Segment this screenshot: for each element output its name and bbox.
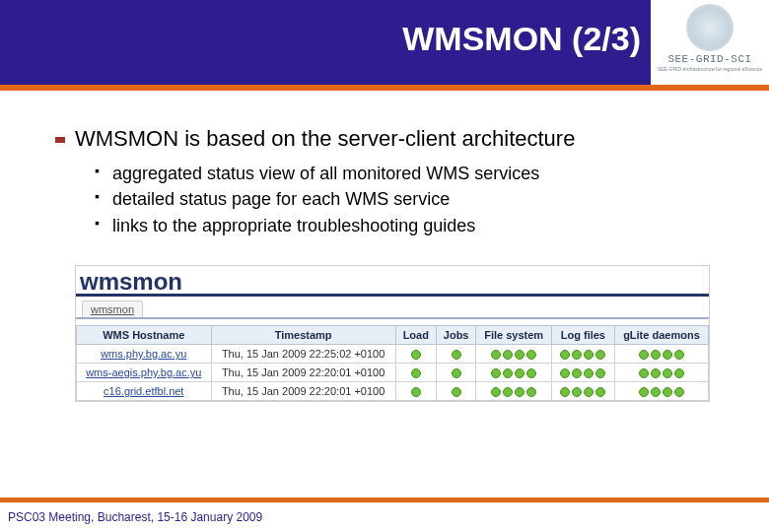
status-dot-icon xyxy=(503,387,513,397)
col-daemons: gLite daemons xyxy=(614,325,708,344)
status-dot-icon xyxy=(651,350,661,360)
cell-jobs xyxy=(436,344,476,363)
cell-hostname: wms-aegis.phy.bg.ac.yu xyxy=(77,363,212,381)
sub-bullet: aggregated status view of all monitored … xyxy=(95,162,730,185)
col-logfiles: Log files xyxy=(551,325,614,344)
status-dot-icon xyxy=(503,368,513,378)
cell-timestamp: Thu, 15 Jan 2009 22:20:01 +0100 xyxy=(211,363,395,381)
cell-filesystem xyxy=(476,363,551,381)
status-dot-icon xyxy=(584,387,594,397)
status-dot-icon xyxy=(651,387,661,397)
status-dot-icon xyxy=(674,387,684,397)
cell-logfiles xyxy=(551,363,614,381)
status-table: WMS Hostname Timestamp Load Jobs File sy… xyxy=(76,325,709,401)
col-timestamp: Timestamp xyxy=(211,325,395,344)
status-dot-icon xyxy=(411,368,421,378)
cell-jobs xyxy=(436,382,476,401)
status-dot-icon xyxy=(491,350,501,360)
status-dot-icon xyxy=(491,368,501,378)
status-dot-icon xyxy=(595,387,605,397)
status-dot-icon xyxy=(595,350,605,360)
slide: WMSMON (2/3) SEE-GRID-SCI SEE-GRID eInfr… xyxy=(0,0,769,532)
status-dot-icon xyxy=(452,368,461,378)
status-dot-icon xyxy=(639,350,649,360)
status-dot-icon xyxy=(584,350,594,360)
cell-load xyxy=(395,344,436,363)
status-dot-icon xyxy=(639,387,649,397)
logo-text: SEE-GRID-SCI xyxy=(651,53,769,65)
cell-jobs xyxy=(436,363,476,381)
wmsmon-logo: wmsmon xyxy=(76,266,709,297)
cell-hostname: c16.grid.etfbl.net xyxy=(77,382,212,401)
status-dot-icon xyxy=(663,350,672,360)
tab-row: wmsmon xyxy=(76,297,709,319)
status-dot-icon xyxy=(572,368,582,378)
status-dot-icon xyxy=(560,368,570,378)
status-dot-icon xyxy=(515,368,524,378)
status-dot-icon xyxy=(560,350,570,360)
cell-daemons xyxy=(614,344,708,363)
wmsmon-screenshot: wmsmon wmsmon WMS Hostname Timestamp Loa… xyxy=(75,265,710,402)
slide-content: WMSMON is based on the server-client arc… xyxy=(0,91,769,402)
table-row: c16.grid.etfbl.netThu, 15 Jan 2009 22:20… xyxy=(77,382,709,401)
status-dot-icon xyxy=(584,368,594,378)
cell-hostname: wms.phy.bg.ac.yu xyxy=(77,344,212,363)
table-row: wms-aegis.phy.bg.ac.yuThu, 15 Jan 2009 2… xyxy=(77,363,709,381)
sub-bullets: aggregated status view of all monitored … xyxy=(95,162,730,237)
cell-logfiles xyxy=(551,344,614,363)
status-dot-icon xyxy=(595,368,605,378)
tab-wmsmon[interactable]: wmsmon xyxy=(82,300,143,317)
table-row: wms.phy.bg.ac.yuThu, 15 Jan 2009 22:25:0… xyxy=(77,344,709,363)
status-dot-icon xyxy=(503,350,513,360)
status-dot-icon xyxy=(526,368,536,378)
logo-box: SEE-GRID-SCI SEE-GRID eInfrastructure fo… xyxy=(651,0,769,85)
cell-load xyxy=(395,363,436,381)
status-dot-icon xyxy=(663,387,672,397)
status-dot-icon xyxy=(515,350,524,360)
host-link[interactable]: wms.phy.bg.ac.yu xyxy=(101,348,186,360)
col-hostname: WMS Hostname xyxy=(77,325,212,344)
host-link[interactable]: c16.grid.etfbl.net xyxy=(104,385,183,397)
status-dot-icon xyxy=(491,387,501,397)
sub-bullet: detailed status page for each WMS servic… xyxy=(95,187,730,211)
status-dot-icon xyxy=(411,350,421,360)
footer-divider xyxy=(0,498,769,502)
status-dot-icon xyxy=(515,387,524,397)
status-dot-icon xyxy=(526,350,536,360)
status-dot-icon xyxy=(411,387,421,397)
table-header-row: WMS Hostname Timestamp Load Jobs File sy… xyxy=(77,325,709,344)
cell-filesystem xyxy=(476,344,551,363)
slide-header: WMSMON (2/3) SEE-GRID-SCI SEE-GRID eInfr… xyxy=(0,0,769,85)
sub-bullet: links to the appropriate troubleshooting… xyxy=(95,214,730,237)
status-dot-icon xyxy=(674,368,684,378)
col-load: Load xyxy=(395,325,436,344)
globe-icon xyxy=(686,4,734,51)
status-dot-icon xyxy=(639,368,649,378)
status-dot-icon xyxy=(572,350,582,360)
status-dot-icon xyxy=(663,368,672,378)
cell-filesystem xyxy=(476,382,551,401)
footer-text: PSC03 Meeting, Bucharest, 15-16 January … xyxy=(8,510,262,524)
cell-timestamp: Thu, 15 Jan 2009 22:25:02 +0100 xyxy=(211,344,395,363)
status-dot-icon xyxy=(560,387,570,397)
status-dot-icon xyxy=(572,387,582,397)
col-filesystem: File system xyxy=(476,325,551,344)
cell-daemons xyxy=(614,382,708,401)
host-link[interactable]: wms-aegis.phy.bg.ac.yu xyxy=(86,366,201,378)
cell-logfiles xyxy=(551,382,614,401)
cell-load xyxy=(395,382,436,401)
cell-daemons xyxy=(614,363,708,381)
col-jobs: Jobs xyxy=(436,325,476,344)
status-dot-icon xyxy=(651,368,661,378)
status-dot-icon xyxy=(674,350,684,360)
status-dot-icon xyxy=(452,387,461,397)
cell-timestamp: Thu, 15 Jan 2009 22:20:01 +0100 xyxy=(211,382,395,401)
main-bullet: WMSMON is based on the server-client arc… xyxy=(55,126,730,152)
slide-title: WMSMON (2/3) xyxy=(402,20,641,58)
status-dot-icon xyxy=(526,387,536,397)
logo-subtitle: SEE-GRID eInfrastructure for regional eS… xyxy=(651,66,769,72)
status-dot-icon xyxy=(452,350,461,360)
